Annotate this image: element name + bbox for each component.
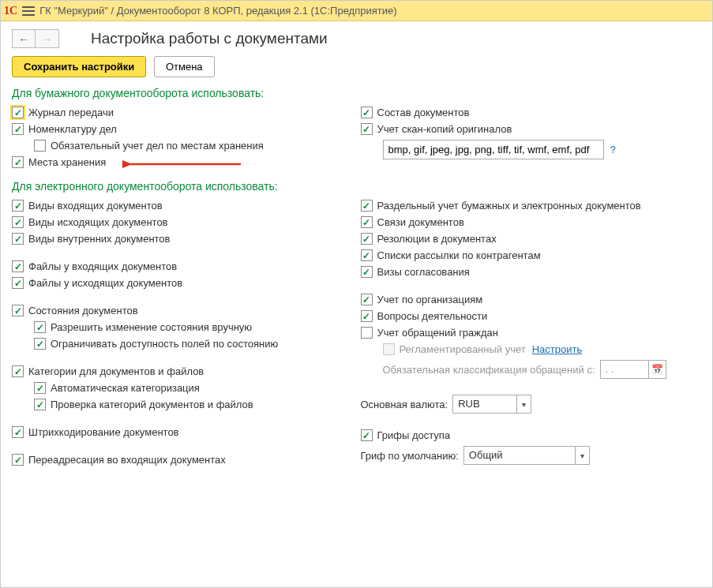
label-currency: Основная валюта: [361,399,448,410]
section-electronic-header: Для электронного документооборота исполь… [12,180,701,193]
checkbox-access-stamps[interactable] [361,429,373,441]
label-scan-copies: Учет скан-копий оригиналов [377,123,512,135]
section-paper-header: Для бумажного документооборота использов… [12,87,701,99]
checkbox-restrict-by-state[interactable] [34,338,46,350]
checkbox-citizen-appeals[interactable] [361,327,373,339]
checkbox-by-org[interactable] [361,294,373,305]
select-currency[interactable]: RUB ▾ [452,395,531,414]
app-title: ГК "Меркурий" / Документооборот 8 КОРП, … [39,5,396,17]
label-outgoing-files: Файлы у исходящих документов [28,277,182,289]
label-resolutions: Резолюции в документах [377,233,497,245]
label-citizen-appeals: Учет обращений граждан [377,327,499,339]
save-button[interactable]: Сохранить настройки [12,56,146,77]
checkbox-mailing-lists[interactable] [361,249,373,261]
select-default-stamp-value: Общий [464,447,575,464]
label-auto-categorization: Автоматическая категоризация [51,382,200,394]
checkbox-outgoing-files[interactable] [12,277,24,289]
select-default-stamp[interactable]: Общий ▾ [463,446,590,465]
checkbox-outgoing-types[interactable] [12,216,24,228]
help-icon[interactable]: ? [610,144,616,155]
checkbox-categories[interactable] [12,365,24,377]
nav-back-button[interactable]: ← [12,29,36,48]
checkbox-separate-accounting[interactable] [361,200,373,212]
titlebar: 1C ГК "Меркурий" / Документооборот 8 КОР… [1,1,712,21]
checkbox-category-check[interactable] [34,399,46,410]
checkbox-mandatory-storage[interactable] [34,140,46,152]
label-redirect-incoming: Переадресация во входящих документах [28,454,226,466]
checkbox-approval-visas[interactable] [361,266,373,278]
nav-forward-button[interactable]: → [36,29,59,48]
checkbox-internal-types[interactable] [12,233,24,245]
checkbox-redirect-incoming[interactable] [12,454,24,466]
checkbox-resolutions[interactable] [361,233,373,245]
annotation-arrow-icon [122,157,249,171]
dropdown-arrow-icon[interactable]: ▾ [516,395,531,413]
checkbox-allow-manual-state[interactable] [34,321,46,333]
label-outgoing-types: Виды исходящих документов [28,216,168,228]
checkbox-auto-categorization[interactable] [34,382,46,394]
configure-link[interactable]: Настроить [532,343,583,355]
page-title: Настройка работы с документами [91,30,328,47]
label-storage-locations: Места хранения [28,156,106,168]
label-nomenclature: Номенклатуру дел [28,123,117,135]
label-categories: Категории для документов и файлов [28,365,204,377]
checkbox-nomenclature[interactable] [12,123,24,135]
checkbox-barcoding[interactable] [12,426,24,438]
logo-1c: 1C [4,5,17,17]
label-doc-composition: Состав документов [377,107,470,118]
label-journal: Журнал передачи [28,107,114,118]
label-access-stamps: Грифы доступа [377,429,451,441]
cancel-button[interactable]: Отмена [154,56,215,77]
checkbox-doc-states[interactable] [12,305,24,316]
dropdown-arrow-icon[interactable]: ▾ [575,447,589,464]
label-internal-types: Виды внутренних документов [28,233,171,245]
label-regulated: Регламентированный учет [400,343,526,355]
label-doc-states: Состояния документов [28,305,138,316]
checkbox-doc-composition[interactable] [361,107,373,118]
label-mandatory-class: Обязательная классификация обращений с: [383,364,595,376]
label-separate-accounting: Раздельный учет бумажных и электронных д… [377,200,641,212]
menu-burger-icon[interactable] [22,5,35,17]
checkbox-scan-copies[interactable] [361,123,373,135]
checkbox-incoming-types[interactable] [12,200,24,212]
label-incoming-types: Виды входящих документов [28,200,163,212]
label-mandatory-storage: Обязательный учет дел по местам хранения [51,140,264,152]
label-doc-links: Связи документов [377,216,464,228]
checkbox-doc-links[interactable] [361,216,373,228]
label-default-stamp: Гриф по умолчанию: [361,450,459,462]
date-mandatory-class[interactable]: . . 📅 [600,360,666,379]
label-mailing-lists: Списки рассылки по контрагентам [377,249,541,261]
label-restrict-by-state: Ограничивать доступность полей по состоя… [51,338,278,350]
checkbox-storage-locations[interactable] [12,156,24,168]
label-approval-visas: Визы согласования [377,266,470,278]
checkbox-journal[interactable] [12,107,24,118]
scan-formats-input[interactable] [383,140,604,159]
label-activity-questions: Вопросы деятельности [377,310,488,322]
label-barcoding: Штрихкодирование документов [28,426,179,438]
checkbox-incoming-files[interactable] [12,260,24,272]
label-by-org: Учет по организациям [377,294,483,305]
label-category-check: Проверка категорий документов и файлов [51,399,253,410]
label-allow-manual-state: Разрешить изменение состояния вручную [51,321,252,333]
checkbox-regulated [383,343,395,355]
calendar-icon[interactable]: 📅 [648,361,666,378]
date-value: . . [601,361,648,378]
checkbox-activity-questions[interactable] [361,310,373,322]
select-currency-value: RUB [453,395,516,413]
label-incoming-files: Файлы у входящих документов [28,260,177,272]
